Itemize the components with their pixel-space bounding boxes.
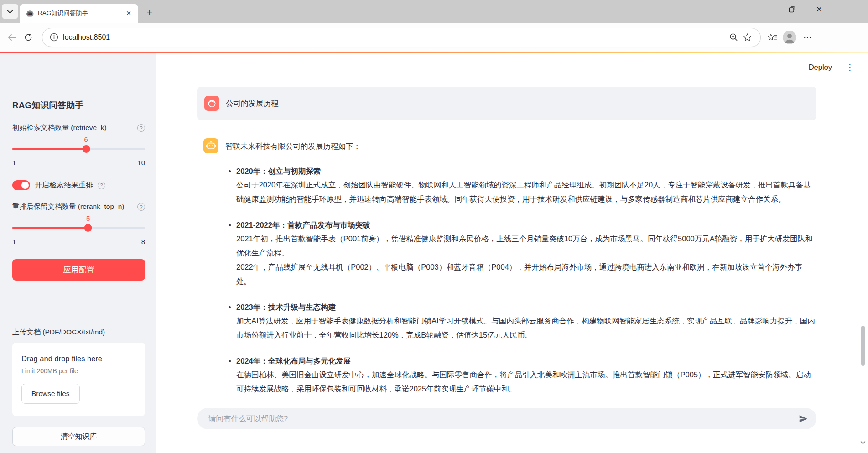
app-area: RAG知识问答助手 初始检索文档数量 (retrieve_k) ? 6 1 10… — [0, 52, 868, 453]
apply-config-button[interactable]: 应用配置 — [12, 259, 145, 281]
tab-search-button[interactable] — [2, 4, 18, 19]
bullet-heading: 2020年：创立与初期探索 — [236, 165, 816, 178]
new-tab-button[interactable]: + — [143, 5, 156, 19]
bullet-body: 在德国柏林、美国旧金山设立研发中心，加速全球化战略。与国际零售商合作，将产品引入… — [236, 368, 816, 396]
window-close-button[interactable]: ✕ — [811, 1, 827, 17]
favorite-button[interactable] — [740, 31, 754, 44]
user-avatar — [204, 96, 219, 111]
slider-max-label: 8 — [141, 238, 145, 245]
assistant-intro-text: 智联未来科技有限公司的发展历程如下： — [225, 139, 816, 153]
browser-tab[interactable]: RAG知识问答助手 ✕ — [20, 4, 138, 23]
bullet-body: 2022年，产品线扩展至无线耳机（P002）、平板电脑（P003）和蓝牙音箱（P… — [236, 260, 816, 288]
assistant-message: 智联未来科技有限公司的发展历程如下： 2020年：创立与初期探索 公司于2020… — [197, 138, 816, 396]
help-icon[interactable]: ? — [137, 203, 145, 211]
help-icon[interactable]: ? — [98, 182, 105, 189]
collections-star-icon — [768, 33, 777, 42]
restore-icon — [789, 6, 795, 13]
rerank-top-n-label: 重排后保留文档数量 (rerank_top_n) — [12, 202, 124, 212]
bullet-heading: 2024年：全球化布局与多元化发展 — [236, 354, 816, 368]
chevron-down-icon — [7, 10, 13, 14]
chat-input-container — [197, 408, 816, 429]
zoom-out-button[interactable] — [727, 31, 740, 44]
sidebar: RAG知识问答助手 初始检索文档数量 (retrieve_k) ? 6 1 10… — [0, 52, 156, 453]
slider-value: 5 — [86, 214, 90, 222]
chat-input[interactable] — [197, 408, 816, 429]
browse-files-button[interactable]: Browse files — [21, 384, 80, 404]
bullet-heading: 2023年：技术升级与生态构建 — [236, 301, 816, 314]
tab-title: RAG知识问答助手 — [38, 9, 124, 17]
rerank-toggle-label: 开启检索结果重排 — [35, 181, 93, 190]
site-info-icon[interactable] — [50, 33, 58, 42]
bullet-body: 公司于2020年在深圳正式成立，创始团队由智能硬件、物联网和人工智能领域的资深工… — [236, 178, 816, 206]
rerank-top-n-slider-thumb[interactable] — [84, 224, 92, 232]
retrieve-k-slider-track[interactable] — [12, 148, 145, 150]
favorites-hub-button[interactable] — [765, 31, 779, 44]
bullet-heading: 2021-2022年：首款产品发布与市场突破 — [236, 219, 816, 232]
chat-area: 公司的发展历程 智联未来科技有限公司的发展历程如下： — [197, 87, 816, 429]
scroll-down-arrow-icon[interactable] — [860, 439, 866, 446]
robot-icon — [206, 141, 216, 151]
address-bar[interactable]: localhost:8501 — [42, 28, 761, 47]
star-icon — [743, 33, 752, 42]
zoom-out-icon — [729, 33, 738, 42]
back-button[interactable] — [4, 29, 20, 46]
user-face-icon — [207, 99, 217, 108]
robot-favicon-icon — [26, 10, 34, 17]
rerank-top-n-slider-track[interactable] — [12, 227, 145, 229]
slider-min-label: 1 — [12, 238, 16, 245]
browser-menu-button[interactable]: ⋯ — [800, 32, 816, 42]
minimize-button[interactable]: – — [757, 1, 772, 17]
back-arrow-icon — [8, 34, 16, 41]
clear-knowledge-base-button[interactable]: 清空知识库 — [12, 427, 145, 446]
browser-tab-strip: RAG知识问答助手 ✕ + – ✕ — [0, 0, 868, 23]
reload-icon — [24, 33, 32, 42]
page-scrollbar-thumb[interactable] — [861, 326, 865, 366]
slider-max-label: 10 — [137, 159, 145, 167]
reload-button[interactable] — [20, 29, 36, 46]
person-icon — [783, 31, 796, 44]
send-button[interactable] — [797, 413, 809, 425]
bullet-body: 2021年初，推出首款智能手表（P001前身），凭借精准健康监测和亲民价格，上线… — [236, 232, 816, 260]
toggle-knob — [21, 182, 29, 189]
list-item: 2020年：创立与初期探索 公司于2020年在深圳正式成立，创始团队由智能硬件、… — [236, 164, 816, 206]
rerank-toggle-row: 开启检索结果重排 ? — [12, 180, 145, 190]
timeline-list: 2020年：创立与初期探索 公司于2020年在深圳正式成立，创始团队由智能硬件、… — [225, 164, 816, 396]
retrieve-k-slider-widget: 初始检索文档数量 (retrieve_k) ? 6 1 10 — [12, 123, 145, 167]
file-limit-text: Limit 200MB per file — [21, 367, 136, 375]
rerank-toggle[interactable] — [12, 180, 30, 190]
help-icon[interactable]: ? — [137, 124, 145, 132]
main-area: Deploy ⋮ 公司的发展历程 — [156, 52, 868, 453]
bullet-body: 加大AI算法研发，应用于智能手表健康数据分析和智能门锁AI学习开锁模式。与国内头… — [236, 314, 816, 342]
slider-value: 6 — [84, 135, 88, 143]
tab-close-button[interactable]: ✕ — [124, 8, 134, 18]
url-text: localhost:8501 — [63, 33, 727, 42]
file-uploader-dropzone[interactable]: Drag and drop files here Limit 200MB per… — [12, 343, 145, 416]
list-item: 2024年：全球化布局与多元化发展 在德国柏林、美国旧金山设立研发中心，加速全球… — [236, 354, 816, 396]
assistant-avatar — [203, 138, 218, 153]
decoration-bar — [0, 52, 868, 53]
profile-avatar[interactable] — [783, 31, 796, 44]
rerank-top-n-slider-widget: 重排后保留文档数量 (rerank_top_n) ? 5 1 8 — [12, 202, 145, 245]
user-message-text: 公司的发展历程 — [226, 99, 279, 109]
list-item: 2021-2022年：首款产品发布与市场突破 2021年初，推出首款智能手表（P… — [236, 218, 816, 288]
app-title: RAG知识问答助手 — [12, 99, 145, 111]
slider-min-label: 1 — [12, 159, 16, 167]
send-icon — [798, 414, 808, 424]
app-menu-button[interactable]: ⋮ — [846, 63, 854, 72]
browser-nav-bar: localhost:8501 — [0, 23, 868, 52]
drag-drop-text: Drag and drop files here — [21, 354, 136, 363]
list-item: 2023年：技术升级与生态构建 加大AI算法研发，应用于智能手表健康数据分析和智… — [236, 300, 816, 342]
assistant-message-content: 智联未来科技有限公司的发展历程如下： 2020年：创立与初期探索 公司于2020… — [225, 138, 816, 396]
retrieve-k-label: 初始检索文档数量 (retrieve_k) — [12, 123, 107, 133]
retrieve-k-slider-thumb[interactable] — [82, 145, 90, 153]
deploy-button[interactable]: Deploy — [809, 63, 832, 72]
user-message: 公司的发展历程 — [197, 87, 816, 120]
restore-button[interactable] — [784, 1, 800, 17]
upload-docs-label: 上传文档 (PDF/DOCX/txt/md) — [12, 328, 145, 337]
sidebar-divider — [12, 307, 145, 307]
